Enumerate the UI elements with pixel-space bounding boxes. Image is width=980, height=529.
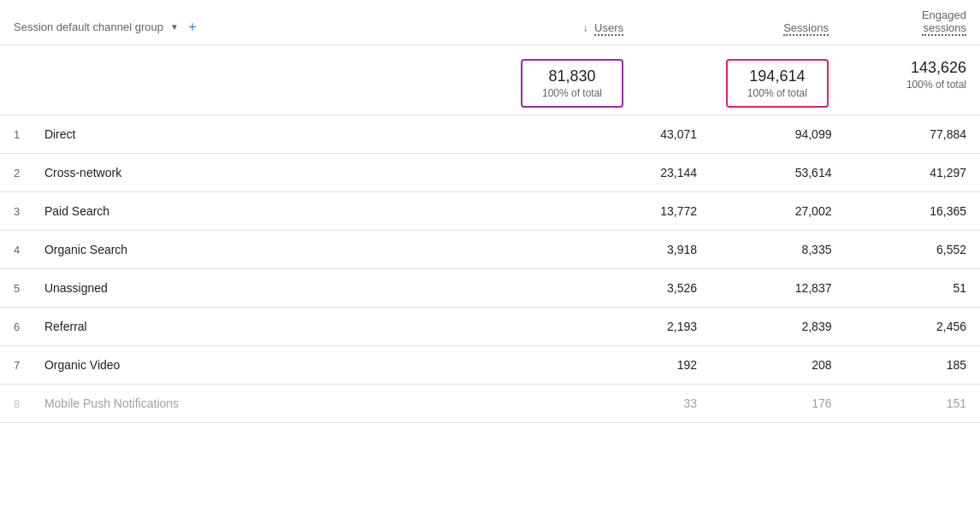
channel-name: Mobile Push Notifications	[44, 397, 179, 410]
channel-name: Direct	[44, 127, 76, 141]
users-cell: 33	[576, 385, 711, 423]
users-cell: 3,918	[576, 231, 711, 269]
users-cell: 13,772	[576, 192, 711, 231]
row-number: 6	[14, 320, 27, 333]
dropdown-icon[interactable]: ▼	[170, 22, 179, 32]
channel-name-cell: 1 Direct	[0, 115, 576, 154]
users-cell: 2,193	[576, 308, 711, 346]
engaged-sessions-header-label: Engagedsessions	[922, 9, 966, 36]
sessions-cell: 8,335	[711, 231, 845, 269]
channel-name-cell: 7 Organic Video	[0, 346, 576, 385]
row-number: 7	[14, 359, 27, 372]
table-row[interactable]: 5 Unassigned 3,526 12,837 51	[0, 269, 980, 308]
engaged-total-pct: 100% of total	[856, 79, 966, 91]
sessions-cell: 27,002	[711, 192, 845, 231]
channel-name-cell: 4 Organic Search	[0, 231, 576, 269]
channel-column-header: Session default channel group ▼ ＋	[0, 0, 432, 45]
channel-name-cell: 8 Mobile Push Notifications	[0, 385, 576, 423]
row-number: 2	[14, 167, 27, 179]
row-number: 5	[14, 282, 27, 295]
sessions-column-header: Sessions	[637, 0, 842, 45]
channel-name: Organic Video	[44, 358, 120, 372]
totals-row: 81,830 100% of total 194,614 100% of tot…	[0, 45, 980, 115]
channel-rows-table: 1 Direct 43,071 94,099 77,884 2 Cross-ne…	[0, 115, 980, 423]
users-total-pct: 100% of total	[536, 87, 608, 99]
analytics-table-container: Session default channel group ▼ ＋ ↓ User…	[0, 0, 980, 529]
users-cell: 192	[576, 346, 711, 385]
channel-name: Referral	[44, 320, 87, 333]
sessions-total-value: 194,614	[741, 68, 813, 85]
table-row[interactable]: 6 Referral 2,193 2,839 2,456	[0, 308, 980, 346]
sessions-header-label[interactable]: Sessions	[783, 21, 829, 36]
channel-name: Cross-network	[44, 166, 121, 179]
engaged-cell: 51	[845, 269, 980, 308]
row-number: 3	[14, 205, 27, 218]
channel-data-table: Session default channel group ▼ ＋ ↓ User…	[0, 0, 980, 115]
users-cell: 43,071	[576, 115, 711, 154]
totals-channel-cell	[0, 45, 432, 115]
table-row[interactable]: 2 Cross-network 23,144 53,614 41,297	[0, 154, 980, 192]
table-row[interactable]: 8 Mobile Push Notifications 33 176 151	[0, 385, 980, 423]
sessions-total-pct: 100% of total	[741, 87, 813, 99]
row-number: 4	[14, 244, 27, 256]
sessions-cell: 208	[711, 346, 845, 385]
sessions-total-box: 194,614 100% of total	[726, 59, 829, 108]
channel-name-cell: 3 Paid Search	[0, 192, 576, 231]
channel-name: Unassigned	[44, 281, 108, 295]
sessions-cell: 94,099	[711, 115, 845, 154]
engaged-cell: 77,884	[845, 115, 980, 154]
sessions-cell: 2,839	[711, 308, 845, 346]
users-cell: 23,144	[576, 154, 711, 192]
engaged-cell: 185	[845, 346, 980, 385]
table-row[interactable]: 7 Organic Video 192 208 185	[0, 346, 980, 385]
table-wrapper: Session default channel group ▼ ＋ ↓ User…	[0, 0, 980, 423]
channel-name-cell: 2 Cross-network	[0, 154, 576, 192]
users-cell: 3,526	[576, 269, 711, 308]
sort-down-icon: ↓	[582, 22, 587, 34]
table-row[interactable]: 1 Direct 43,071 94,099 77,884	[0, 115, 980, 154]
engaged-total-value: 143,626	[856, 59, 966, 77]
channel-name: Organic Search	[44, 243, 127, 256]
engaged-cell: 2,456	[845, 308, 980, 346]
engaged-cell: 16,365	[845, 192, 980, 231]
channel-name: Paid Search	[44, 204, 109, 218]
users-column-header: ↓ Users	[432, 0, 637, 45]
channel-name-cell: 5 Unassigned	[0, 269, 576, 308]
sessions-cell: 53,614	[711, 154, 845, 192]
sessions-cell: 12,837	[711, 269, 845, 308]
engaged-cell: 41,297	[845, 154, 980, 192]
engaged-sessions-column-header: Engagedsessions	[842, 0, 980, 45]
totals-sessions-cell: 194,614 100% of total	[637, 45, 842, 115]
users-total-value: 81,830	[536, 68, 608, 85]
channel-header-label: Session default channel group	[14, 21, 163, 33]
totals-users-cell: 81,830 100% of total	[432, 45, 637, 115]
engaged-cell: 151	[845, 385, 980, 423]
totals-engaged-cell: 143,626 100% of total	[842, 45, 980, 115]
table-row[interactable]: 3 Paid Search 13,772 27,002 16,365	[0, 192, 980, 231]
users-header-label[interactable]: Users	[594, 21, 623, 36]
channel-name-cell: 6 Referral	[0, 308, 576, 346]
table-header-row: Session default channel group ▼ ＋ ↓ User…	[0, 0, 980, 45]
row-number: 1	[14, 128, 27, 141]
add-column-icon[interactable]: ＋	[186, 18, 199, 36]
sessions-cell: 176	[711, 385, 845, 423]
table-row[interactable]: 4 Organic Search 3,918 8,335 6,552	[0, 231, 980, 269]
engaged-total-box: 143,626 100% of total	[856, 59, 966, 91]
users-total-box: 81,830 100% of total	[521, 59, 623, 108]
row-number: 8	[14, 397, 27, 410]
engaged-cell: 6,552	[845, 231, 980, 269]
